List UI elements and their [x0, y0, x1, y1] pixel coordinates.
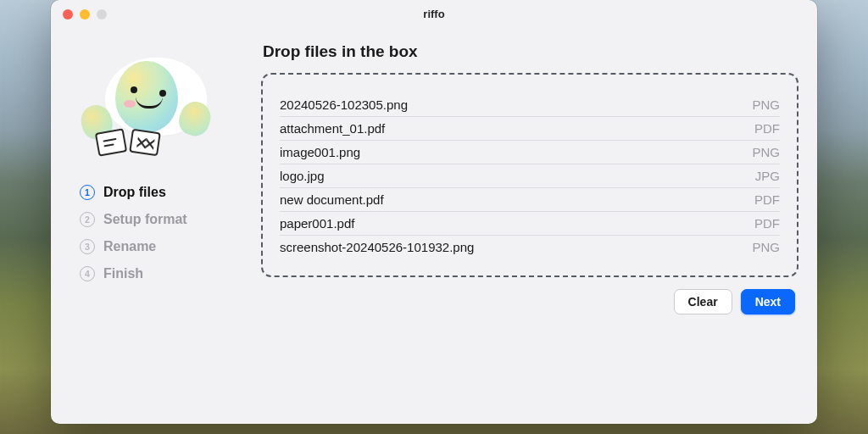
step-label: Finish: [103, 266, 143, 281]
step-badge-icon: 4: [80, 266, 95, 281]
wizard-step-2[interactable]: 2Setup format: [80, 212, 253, 227]
file-row[interactable]: attachment_01.pdfPDF: [280, 117, 780, 141]
mascot-illustration: [78, 53, 214, 163]
app-window: riffo 1Drop files2Setup format3Rename4Fi…: [51, 0, 817, 424]
step-badge-icon: 1: [80, 185, 95, 200]
file-type: JPG: [755, 169, 780, 183]
file-type: PNG: [752, 240, 780, 254]
file-type: PNG: [752, 145, 780, 159]
file-row[interactable]: paper001.pdfPDF: [280, 212, 780, 236]
wizard-step-1[interactable]: 1Drop files: [80, 185, 253, 200]
file-row[interactable]: screenshot-20240526-101932.pngPNG: [280, 236, 780, 259]
main-panel: Drop files in the box 20240526-102305.pn…: [261, 34, 798, 409]
file-type: PDF: [754, 121, 780, 136]
step-label: Setup format: [103, 212, 187, 227]
step-badge-icon: 3: [80, 239, 95, 254]
app-title: riffo: [51, 8, 817, 20]
sidebar: 1Drop files2Setup format3Rename4Finish: [70, 34, 253, 409]
file-type: PDF: [754, 216, 780, 231]
clear-button[interactable]: Clear: [674, 289, 732, 314]
content: 1Drop files2Setup format3Rename4Finish D…: [51, 29, 817, 424]
file-name: image001.png: [280, 145, 360, 159]
file-row[interactable]: image001.pngPNG: [280, 141, 780, 164]
page-title: Drop files in the box: [263, 42, 798, 61]
file-row[interactable]: logo.jpgJPG: [280, 164, 780, 188]
file-name: 20240526-102305.png: [280, 97, 408, 112]
next-button[interactable]: Next: [741, 289, 795, 314]
file-name: screenshot-20240526-101932.png: [280, 240, 474, 254]
file-row[interactable]: new document.pdfPDF: [280, 188, 780, 212]
file-row[interactable]: 20240526-102305.pngPNG: [280, 93, 780, 117]
file-type: PDF: [754, 192, 780, 207]
action-bar: Clear Next: [261, 289, 798, 314]
wizard-steps: 1Drop files2Setup format3Rename4Finish: [75, 185, 253, 281]
step-label: Rename: [103, 239, 156, 254]
file-name: new document.pdf: [280, 192, 384, 207]
titlebar: riffo: [51, 0, 817, 29]
wizard-step-4[interactable]: 4Finish: [80, 266, 253, 281]
step-badge-icon: 2: [80, 212, 95, 227]
file-dropzone[interactable]: 20240526-102305.pngPNGattachment_01.pdfP…: [261, 73, 798, 277]
step-label: Drop files: [103, 185, 166, 200]
file-name: attachment_01.pdf: [280, 121, 385, 136]
file-name: paper001.pdf: [280, 216, 354, 231]
file-name: logo.jpg: [280, 169, 325, 183]
file-type: PNG: [752, 97, 780, 112]
wizard-step-3[interactable]: 3Rename: [80, 239, 253, 254]
